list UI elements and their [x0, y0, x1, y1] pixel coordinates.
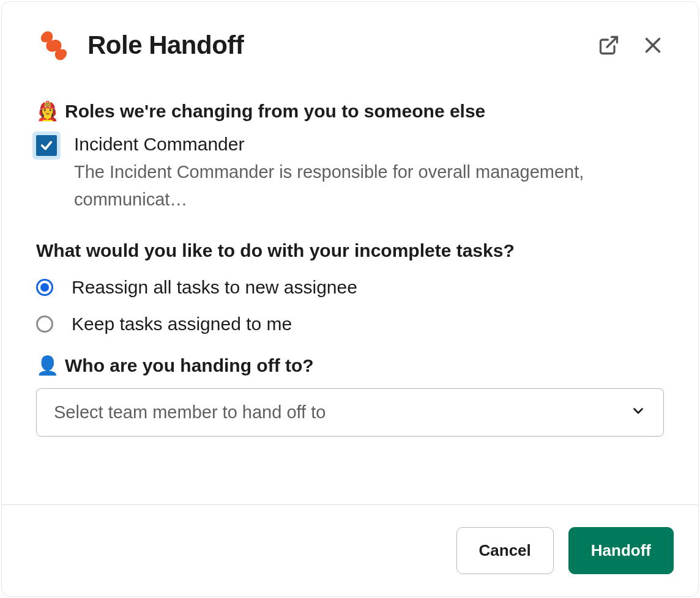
- modal-footer: Cancel Handoff: [2, 504, 698, 596]
- role-row: Incident Commander The Incident Commande…: [36, 134, 664, 213]
- handoff-target-title: 👤 Who are you handing off to?: [36, 355, 664, 376]
- handoff-button[interactable]: Handoff: [568, 527, 674, 574]
- role-texts: Incident Commander The Incident Commande…: [74, 134, 664, 213]
- section-roles-title: 👩‍🚒 Roles we're changing from you to som…: [36, 101, 664, 122]
- svg-line-0: [607, 37, 617, 48]
- radio-unselected-icon: [36, 316, 53, 333]
- role-name: Incident Commander: [74, 134, 664, 155]
- chevron-down-icon: [630, 403, 646, 421]
- role-checkbox[interactable]: [36, 135, 57, 156]
- select-placeholder: Select team member to hand off to: [54, 402, 326, 423]
- handoff-target-select[interactable]: Select team member to hand off to: [36, 388, 664, 437]
- task-option-reassign[interactable]: Reassign all tasks to new assignee: [36, 277, 664, 298]
- header-actions: [598, 34, 664, 56]
- firefighter-emoji-icon: 👩‍🚒: [36, 102, 59, 120]
- close-icon[interactable]: [642, 34, 664, 56]
- task-option-label: Keep tasks assigned to me: [72, 314, 292, 334]
- task-option-keep[interactable]: Keep tasks assigned to me: [36, 314, 664, 334]
- role-description: The Incident Commander is responsible fo…: [74, 158, 664, 213]
- section-roles-title-text: Roles we're changing from you to someone…: [65, 101, 485, 122]
- cancel-button[interactable]: Cancel: [456, 527, 554, 574]
- handoff-target-title-text: Who are you handing off to?: [65, 355, 314, 376]
- modal-title: Role Handoff: [88, 31, 582, 60]
- task-option-label: Reassign all tasks to new assignee: [72, 277, 357, 298]
- open-external-icon[interactable]: [598, 34, 620, 56]
- role-handoff-modal: Role Handoff 👩‍🚒 Roles we're changing fr…: [1, 1, 699, 597]
- person-silhouette-icon: 👤: [36, 356, 59, 375]
- firehydrant-app-icon: [36, 28, 72, 63]
- modal-body: 👩‍🚒 Roles we're changing from you to som…: [2, 75, 698, 504]
- tasks-question: What would you like to do with your inco…: [36, 240, 664, 261]
- modal-header: Role Handoff: [2, 2, 698, 75]
- radio-selected-icon: [36, 279, 53, 296]
